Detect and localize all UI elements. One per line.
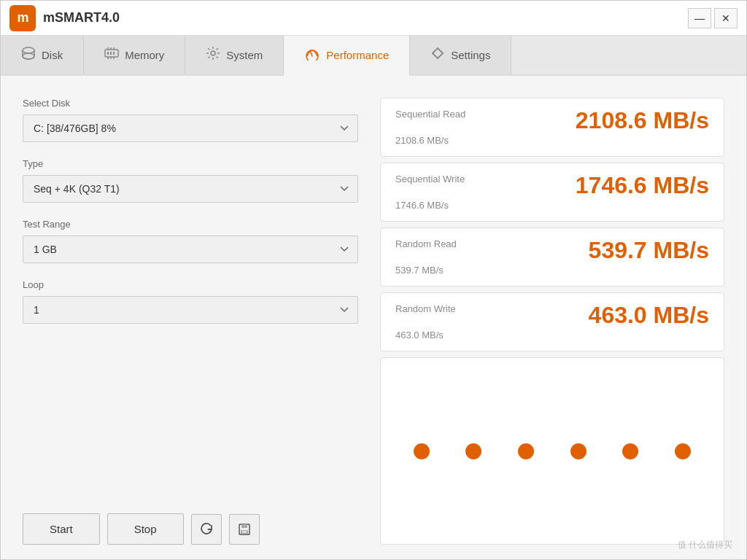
loop-group: Loop 1 bbox=[23, 279, 358, 324]
main-window: m mSMART4.0 — ✕ Disk bbox=[0, 0, 747, 560]
start-button[interactable]: Start bbox=[23, 513, 100, 545]
svg-point-1 bbox=[23, 53, 34, 59]
rand-read-value-large: 539.7 MB/s bbox=[589, 238, 709, 262]
window-controls: — ✕ bbox=[688, 8, 738, 28]
app-title: mSMART4.0 bbox=[43, 10, 688, 26]
rand-read-value-small: 539.7 MB/s bbox=[395, 265, 709, 276]
dot-4 bbox=[570, 443, 587, 459]
type-group: Type Seq + 4K (Q32 T1) bbox=[23, 158, 358, 203]
left-panel: Select Disk C: [38/476GB] 8% Type Seq + … bbox=[23, 98, 358, 545]
app-logo: m bbox=[9, 5, 36, 31]
seq-read-value-small: 2108.6 MB/s bbox=[395, 135, 709, 146]
tab-memory-label: Memory bbox=[125, 49, 164, 61]
tab-performance-label: Performance bbox=[326, 49, 389, 61]
svg-point-12 bbox=[211, 51, 215, 55]
tab-performance[interactable]: Performance bbox=[284, 36, 410, 76]
dot-5 bbox=[622, 443, 638, 459]
save-button[interactable] bbox=[229, 514, 260, 545]
memory-icon bbox=[104, 47, 119, 63]
tab-system-label: System bbox=[226, 49, 263, 61]
disk-icon bbox=[21, 46, 36, 64]
seq-write-value-large: 1746.6 MB/s bbox=[576, 174, 709, 197]
rand-write-value-large: 463.0 MB/s bbox=[589, 303, 709, 327]
tab-disk-label: Disk bbox=[42, 49, 63, 61]
seq-read-value-large: 2108.6 MB/s bbox=[576, 109, 709, 132]
select-disk-group: Select Disk C: [38/476GB] 8% bbox=[23, 98, 358, 142]
type-label: Type bbox=[23, 158, 358, 169]
stop-button[interactable]: Stop bbox=[107, 513, 184, 545]
dot-3 bbox=[518, 443, 534, 459]
minimize-button[interactable]: — bbox=[688, 8, 711, 28]
svg-rect-4 bbox=[110, 52, 112, 55]
action-buttons: Start Stop bbox=[23, 506, 358, 545]
metric-random-read: Random Read 539.7 MB/s 539.7 MB/s bbox=[380, 228, 724, 287]
svg-point-0 bbox=[23, 47, 34, 53]
seq-read-name: Sequential Read bbox=[395, 109, 465, 120]
dot-1 bbox=[414, 443, 430, 459]
select-disk-label: Select Disk bbox=[23, 98, 358, 109]
select-disk-dropdown[interactable]: C: [38/476GB] 8% bbox=[23, 114, 358, 142]
dot-6 bbox=[675, 443, 691, 459]
dot-2 bbox=[465, 443, 481, 459]
svg-rect-5 bbox=[113, 52, 115, 55]
tab-memory[interactable]: Memory bbox=[84, 36, 185, 74]
tab-settings-label: Settings bbox=[451, 49, 490, 61]
seq-write-name: Sequential Write bbox=[395, 174, 465, 184]
settings-icon bbox=[430, 47, 445, 63]
title-bar: m mSMART4.0 — ✕ bbox=[1, 1, 746, 36]
refresh-button[interactable] bbox=[191, 514, 222, 545]
loop-label: Loop bbox=[23, 279, 358, 290]
tab-settings[interactable]: Settings bbox=[410, 36, 511, 74]
test-range-group: Test Range 1 GB bbox=[23, 219, 358, 263]
watermark: 值 什么值得买 bbox=[678, 539, 732, 551]
loop-dropdown[interactable]: 1 bbox=[23, 296, 358, 324]
svg-rect-3 bbox=[107, 52, 109, 55]
right-panel: Sequential Read 2108.6 MB/s 2108.6 MB/s … bbox=[380, 98, 724, 545]
rand-write-value-small: 463.0 MB/s bbox=[395, 330, 709, 341]
rand-read-name: Random Read bbox=[395, 238, 457, 249]
type-dropdown[interactable]: Seq + 4K (Q32 T1) bbox=[23, 175, 358, 203]
close-button[interactable]: ✕ bbox=[714, 8, 738, 28]
metric-random-write: Random Write 463.0 MB/s 463.0 MB/s bbox=[380, 292, 724, 351]
tab-disk[interactable]: Disk bbox=[1, 36, 84, 74]
svg-rect-17 bbox=[242, 531, 247, 533]
dots-panel bbox=[380, 357, 724, 545]
test-range-label: Test Range bbox=[23, 219, 358, 230]
logo-text: m bbox=[17, 10, 28, 26]
test-range-dropdown[interactable]: 1 GB bbox=[23, 236, 358, 263]
tab-bar: Disk Mem bbox=[1, 36, 746, 76]
metric-sequential-write: Sequential Write 1746.6 MB/s 1746.6 MB/s bbox=[380, 163, 724, 222]
svg-rect-15 bbox=[241, 524, 247, 528]
system-icon bbox=[206, 46, 220, 64]
content-area: Select Disk C: [38/476GB] 8% Type Seq + … bbox=[1, 76, 746, 559]
seq-write-value-small: 1746.6 MB/s bbox=[395, 200, 709, 211]
performance-icon bbox=[304, 46, 320, 64]
tab-system[interactable]: System bbox=[185, 36, 284, 74]
rand-write-name: Random Write bbox=[395, 303, 456, 314]
metric-sequential-read: Sequential Read 2108.6 MB/s 2108.6 MB/s bbox=[380, 98, 724, 157]
